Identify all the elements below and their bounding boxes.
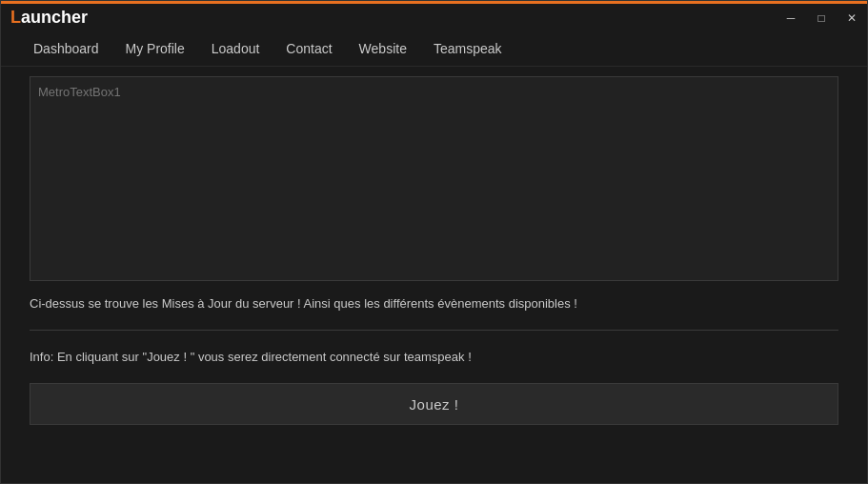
minimize-button[interactable]: ─ — [776, 3, 806, 33]
nav-item-dashboard[interactable]: Dashboard — [30, 39, 103, 58]
nav-item-contact[interactable]: Contact — [282, 39, 335, 58]
nav-bar: Dashboard My Profile Loadout Contact Web… — [1, 31, 867, 67]
play-button[interactable]: Jouez ! — [30, 383, 838, 425]
maximize-button[interactable]: □ — [806, 3, 837, 33]
nav-item-my-profile[interactable]: My Profile — [122, 39, 189, 58]
title-rest: auncher — [21, 8, 88, 27]
metro-textbox[interactable] — [30, 76, 838, 281]
title-accent: L — [10, 8, 21, 27]
close-button[interactable]: ✕ — [837, 3, 867, 33]
window-controls: ─ □ ✕ — [776, 3, 867, 33]
title-bar: Launcher ─ □ ✕ — [1, 1, 867, 31]
nav-item-teamspeak[interactable]: Teamspeak — [430, 39, 506, 58]
divider — [30, 330, 838, 331]
app-title: Launcher — [10, 8, 88, 28]
info-text-updates: Ci-dessus se trouve les Mises à Jour du … — [30, 291, 838, 316]
info-text-teamspeak: Info: En cliquant sur "Jouez ! " vous se… — [30, 344, 838, 373]
nav-item-loadout[interactable]: Loadout — [208, 39, 264, 58]
nav-item-website[interactable]: Website — [355, 39, 411, 58]
main-content: Ci-dessus se trouve les Mises à Jour du … — [1, 67, 867, 434]
